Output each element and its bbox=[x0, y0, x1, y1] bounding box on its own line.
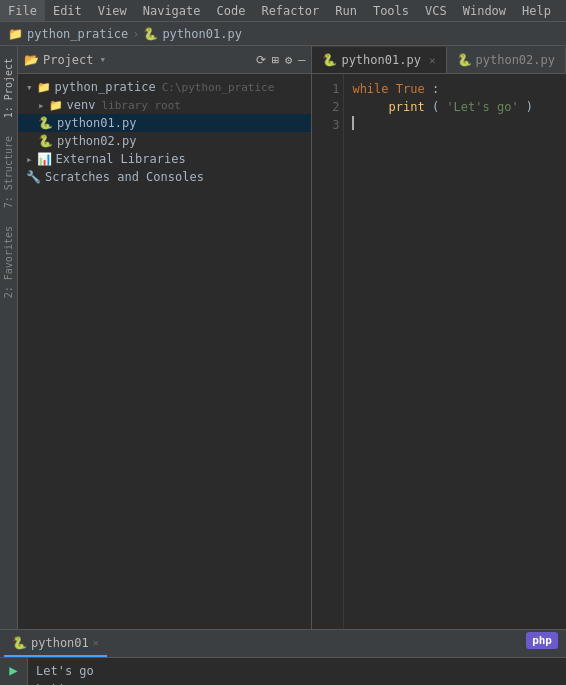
menu-edit[interactable]: Edit bbox=[45, 0, 90, 21]
expand-arrow: ▾ bbox=[26, 81, 33, 94]
menu-run[interactable]: Run bbox=[327, 0, 365, 21]
header-actions: ⟳ ⊞ ⚙ — bbox=[256, 53, 306, 67]
menu-code[interactable]: Code bbox=[209, 0, 254, 21]
root-folder-icon: 📁 bbox=[37, 81, 51, 94]
project-tree: ▾ 📁 python_pratice C:\python_pratice ▸ 📁… bbox=[18, 74, 311, 629]
run-tabs: 🐍 python01 ✕ bbox=[0, 630, 566, 658]
venv-folder-icon: 📁 bbox=[49, 99, 63, 112]
venv-sublabel: library root bbox=[101, 99, 180, 112]
tab-python02-label: python02.py bbox=[476, 53, 555, 67]
tab-python01-icon: 🐍 bbox=[322, 53, 337, 67]
project-panel: 📂 Project ▾ ⟳ ⊞ ⚙ — ▾ 📁 python_pratice C… bbox=[18, 46, 312, 629]
menu-vcs[interactable]: VCS bbox=[417, 0, 455, 21]
project-title: Project bbox=[43, 53, 94, 67]
run-tab-label: python01 bbox=[31, 636, 89, 650]
run-restart-button[interactable]: ▶ bbox=[5, 662, 23, 678]
settings-icon[interactable]: ⚙ bbox=[285, 53, 292, 67]
text-cursor bbox=[352, 116, 354, 130]
root-label: python_pratice bbox=[55, 80, 156, 94]
keyword-true: True bbox=[396, 82, 425, 96]
line-numbers: 1 2 3 bbox=[312, 74, 344, 629]
project-header: 📂 Project ▾ ⟳ ⊞ ⚙ — bbox=[18, 46, 311, 74]
scratch-label: Scratches and Consoles bbox=[45, 170, 204, 184]
code-line-3 bbox=[352, 116, 558, 130]
line-num-3: 3 bbox=[316, 116, 339, 134]
python02-label: python02.py bbox=[57, 134, 136, 148]
python-file-icon: 🐍 bbox=[143, 27, 158, 41]
folder-icon: 📁 bbox=[8, 27, 23, 41]
sidebar-item-favorites[interactable]: 2: Favorites bbox=[1, 218, 16, 306]
output-line-0: Let's go bbox=[36, 662, 558, 680]
python01-icon: 🐍 bbox=[38, 116, 53, 130]
extlib-label: External Libraries bbox=[56, 152, 186, 166]
breadcrumb: 📁 python_pratice › 🐍 python01.py bbox=[0, 22, 566, 46]
scratch-icon: 🔧 bbox=[26, 170, 41, 184]
keyword-while: while bbox=[352, 82, 388, 96]
sidebar-item-project[interactable]: 1: Project bbox=[1, 50, 16, 126]
line-num-1: 1 bbox=[316, 80, 339, 98]
venv-label: venv bbox=[67, 98, 96, 112]
expand-icon[interactable]: ⊞ bbox=[272, 53, 279, 67]
python02-icon: 🐍 bbox=[38, 134, 53, 148]
tab-python01[interactable]: 🐍 python01.py ✕ bbox=[312, 47, 446, 73]
fn-print: print bbox=[389, 100, 425, 114]
tab-python02-icon: 🐍 bbox=[457, 53, 472, 67]
run-panel: 🐍 python01 ✕ ▶ ↑ ↓ ■ ⏸ ⇌ ≡ 📌 🖨 🗑 Let's g… bbox=[0, 629, 566, 685]
menu-navigate[interactable]: Navigate bbox=[135, 0, 209, 21]
tab-python01-label: python01.py bbox=[341, 53, 420, 67]
tree-python02[interactable]: 🐍 python02.py bbox=[18, 132, 311, 150]
breadcrumb-project: python_pratice bbox=[27, 27, 128, 41]
code-editor[interactable]: 1 2 3 while True : print ( 'Let's go' ) bbox=[312, 74, 566, 629]
tab-python02[interactable]: 🐍 python02.py bbox=[447, 47, 566, 73]
tree-scratches[interactable]: 🔧 Scratches and Consoles bbox=[18, 168, 311, 186]
project-icon: 📂 bbox=[24, 53, 39, 67]
main-area: 1: Project 7: Structure 2: Favorites 📂 P… bbox=[0, 46, 566, 629]
run-content: ▶ ↑ ↓ ■ ⏸ ⇌ ≡ 📌 🖨 🗑 Let's go Let's go Le… bbox=[0, 658, 566, 685]
root-path: C:\python_pratice bbox=[162, 81, 275, 94]
line-num-2: 2 bbox=[316, 98, 339, 116]
run-tab-python01[interactable]: 🐍 python01 ✕ bbox=[4, 630, 107, 657]
sidebar-item-structure[interactable]: 7: Structure bbox=[1, 128, 16, 216]
hide-icon[interactable]: — bbox=[298, 53, 305, 67]
tree-external-libs[interactable]: ▸ 📊 External Libraries bbox=[18, 150, 311, 168]
run-output: Let's go Let's go Let's go Let's go Let'… bbox=[28, 658, 566, 685]
menu-view[interactable]: View bbox=[90, 0, 135, 21]
breadcrumb-file: python01.py bbox=[162, 27, 241, 41]
extlib-icon: 📊 bbox=[37, 152, 52, 166]
run-tab-icon: 🐍 bbox=[12, 636, 27, 650]
output-line-1: Let's go bbox=[36, 680, 558, 685]
extlib-expand-arrow: ▸ bbox=[26, 153, 33, 166]
str-lets-go: 'Let's go' bbox=[446, 100, 518, 114]
code-line-1: while True : bbox=[352, 80, 558, 98]
sync-icon[interactable]: ⟳ bbox=[256, 53, 266, 67]
menu-help[interactable]: Help bbox=[514, 0, 559, 21]
menu-tools[interactable]: Tools bbox=[365, 0, 417, 21]
left-sidebar: 1: Project 7: Structure 2: Favorites bbox=[0, 46, 18, 629]
code-content[interactable]: while True : print ( 'Let's go' ) bbox=[344, 74, 566, 629]
python01-label: python01.py bbox=[57, 116, 136, 130]
menu-refactor[interactable]: Refactor bbox=[253, 0, 327, 21]
editor-tabs: 🐍 python01.py ✕ 🐍 python02.py bbox=[312, 46, 566, 74]
tree-python01[interactable]: 🐍 python01.py bbox=[18, 114, 311, 132]
run-tab-close[interactable]: ✕ bbox=[93, 637, 99, 648]
tab-python01-close[interactable]: ✕ bbox=[429, 54, 436, 67]
menu-window[interactable]: Window bbox=[455, 0, 514, 21]
tree-root[interactable]: ▾ 📁 python_pratice C:\python_pratice bbox=[18, 78, 311, 96]
editor-area: 🐍 python01.py ✕ 🐍 python02.py 1 2 3 whil… bbox=[312, 46, 566, 629]
chevron-down-icon: ▾ bbox=[100, 53, 107, 66]
tree-venv[interactable]: ▸ 📁 venv library root bbox=[18, 96, 311, 114]
code-line-2: print ( 'Let's go' ) bbox=[352, 98, 558, 116]
menu-bar: File Edit View Navigate Code Refactor Ru… bbox=[0, 0, 566, 22]
menu-file[interactable]: File bbox=[0, 0, 45, 21]
venv-expand-arrow: ▸ bbox=[38, 99, 45, 112]
run-controls: ▶ ↑ ↓ ■ ⏸ ⇌ ≡ 📌 🖨 🗑 bbox=[0, 658, 28, 685]
